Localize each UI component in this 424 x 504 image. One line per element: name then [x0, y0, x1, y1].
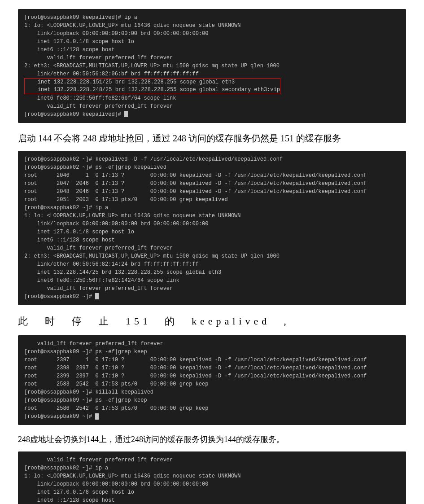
description-2: 此 时 停 止 151 的 keepalived ,	[18, 316, 290, 327]
terminal-4: valid_lft forever preferred_lft forever …	[18, 451, 406, 504]
terminal-line: [root@ossappbak02 ~]# keepalived -D -f /…	[24, 156, 367, 300]
description-1: 启动 144 不会将 248 虚地址抢回，通过 248 访问的缓存服务仍然是 1…	[18, 131, 406, 145]
section-3: valid_lft forever preferred_lft forever …	[18, 335, 406, 425]
section-1: [root@ossappbak09 keepalived]# ip a 1: l…	[18, 9, 406, 123]
terminal-line: [root@ossappbak09 keepalived]# ip a 1: l…	[24, 14, 280, 118]
terminal-2: [root@ossappbak02 ~]# keepalived -D -f /…	[18, 151, 406, 305]
description-2-container: 此 时 停 止 151 的 keepalived ,	[18, 313, 406, 329]
page-content: [root@ossappbak09 keepalived]# ip a 1: l…	[18, 9, 406, 504]
terminal-3: valid_lft forever preferred_lft forever …	[18, 335, 406, 425]
section-4: valid_lft forever preferred_lft forever …	[18, 451, 406, 504]
description-3: 248虚地址会切换到144上，通过248访问的缓存服务切换为144的缓存服务。	[18, 433, 406, 446]
terminal-1: [root@ossappbak09 keepalived]# ip a 1: l…	[18, 9, 406, 123]
terminal-line: valid_lft forever preferred_lft forever …	[24, 341, 367, 420]
section-2: [root@ossappbak02 ~]# keepalived -D -f /…	[18, 151, 406, 305]
terminal-line: valid_lft forever preferred_lft forever …	[24, 457, 280, 504]
